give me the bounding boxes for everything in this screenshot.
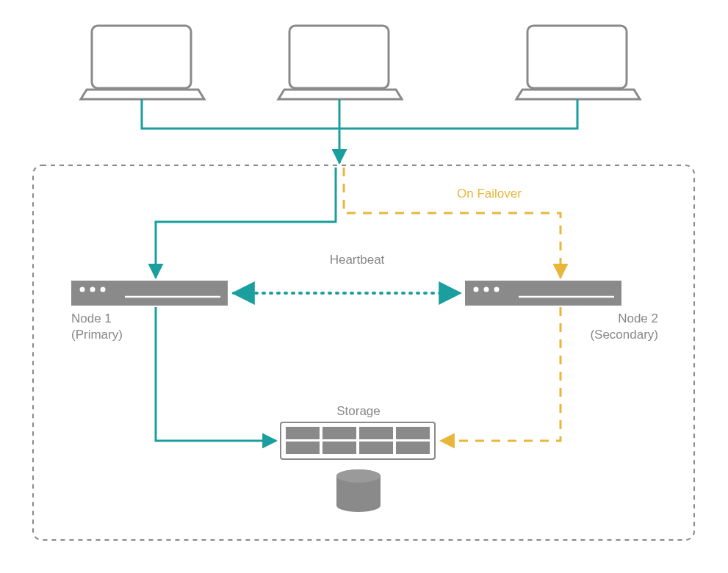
svg-rect-19 [286, 442, 319, 453]
svg-point-5 [90, 287, 95, 292]
failover-label: On Failover [457, 187, 522, 201]
disk-icon [336, 469, 381, 512]
failover-diagram: Heartbeat On Failover Storage Node 1 (Pr… [0, 0, 728, 573]
node2-label-line2: (Secondary) [590, 328, 658, 342]
svg-rect-17 [360, 428, 392, 439]
node2-label-line1: Node 2 [618, 311, 658, 326]
client-connections [142, 99, 577, 163]
node1-label-line1: Node 1 [71, 311, 112, 326]
svg-rect-18 [397, 428, 429, 439]
svg-point-26 [336, 469, 381, 483]
svg-point-9 [474, 287, 479, 292]
svg-rect-22 [397, 442, 429, 453]
client-laptop-3 [516, 26, 640, 99]
svg-point-11 [494, 287, 500, 292]
svg-point-6 [101, 287, 106, 292]
client-laptop-1 [81, 26, 204, 99]
svg-rect-0 [92, 26, 191, 88]
node1-to-storage [156, 307, 276, 441]
svg-point-10 [484, 287, 489, 292]
svg-point-4 [80, 287, 85, 292]
svg-rect-20 [323, 442, 356, 453]
svg-rect-15 [286, 428, 319, 439]
client-laptop-2 [278, 26, 402, 99]
svg-point-25 [336, 499, 381, 512]
storage-label: Storage [336, 404, 381, 419]
heartbeat-label: Heartbeat [330, 253, 385, 267]
node2-to-storage [441, 307, 561, 441]
primary-path [156, 167, 336, 278]
storage-array [281, 422, 435, 459]
node2-server [465, 281, 621, 306]
svg-rect-1 [289, 26, 389, 88]
svg-rect-8 [465, 281, 621, 306]
svg-rect-3 [71, 281, 228, 306]
node1-label-line2: (Primary) [71, 328, 123, 342]
svg-rect-2 [527, 26, 627, 88]
svg-rect-16 [323, 428, 356, 439]
node1-server [71, 281, 228, 306]
svg-rect-21 [360, 442, 392, 453]
